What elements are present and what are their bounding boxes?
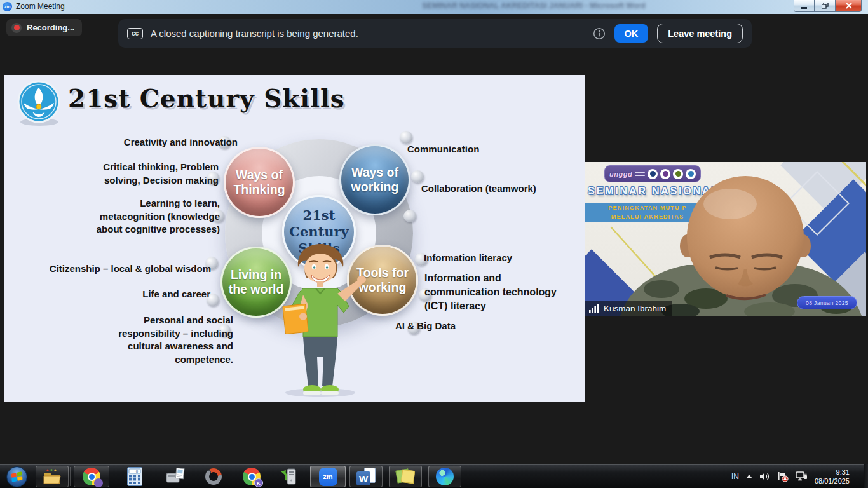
file-explorer-icon (43, 468, 62, 485)
label-critical-thinking: Critical thinking, Problem solving, Deci… (103, 161, 219, 187)
leave-meeting-button[interactable]: Leave meeting (657, 24, 743, 43)
window-title: Zoom Meeting (16, 2, 65, 11)
taskbar-edge[interactable] (428, 466, 461, 487)
zoom-meeting-window: zm Zoom Meeting SEMINAR NASIONAL AKREDIT… (0, 0, 868, 488)
zoom-app-icon: zm (3, 2, 12, 11)
label-creativity: Creativity and innovation (124, 136, 238, 149)
tray-date: 08/01/2025 (815, 477, 850, 485)
recording-indicator[interactable]: Recording... (6, 19, 82, 36)
taskbar-zoom[interactable]: zm (310, 466, 346, 487)
chrome-icon (83, 468, 100, 485)
info-icon[interactable] (593, 27, 606, 40)
cc-banner-message: A closed captioning transcript is being … (151, 28, 358, 39)
scanner-icon (166, 468, 185, 485)
taskbar-word[interactable]: W (349, 466, 383, 487)
restore-icon (822, 3, 829, 9)
windows-taskbar: 0 K (0, 464, 868, 488)
action-center-flag-icon[interactable] (777, 471, 789, 482)
taskbar-chrome-profile-k[interactable]: K (236, 466, 267, 487)
window-titlebar: zm Zoom Meeting SEMINAR NASIONAL AKREDIT… (0, 0, 868, 14)
taskbar-calculator[interactable]: 0 (119, 466, 150, 487)
label-collaboration: Collaboration (teamwork) (421, 182, 536, 196)
droplet-icon (411, 170, 424, 183)
label-communication: Communication (407, 143, 479, 156)
chrome-k-badge: K (254, 478, 263, 487)
label-ai-big-data: AI & Big Data (395, 320, 456, 333)
audio-level-icon (589, 304, 599, 313)
circle-ways-of-thinking: Ways of Thinking (224, 147, 295, 218)
minimize-icon (801, 3, 808, 9)
tut-wuri-handayani-logo (13, 80, 65, 127)
cartoon-boy-illustration (266, 241, 374, 397)
droplet-icon (400, 131, 412, 144)
calculator-icon: 0 (127, 467, 142, 486)
windows-start-icon (6, 466, 27, 487)
label-life-and-career: Life and career (142, 288, 210, 301)
taskbar-ring-app[interactable] (198, 466, 229, 487)
ok-button[interactable]: OK (614, 24, 649, 43)
restore-button[interactable] (815, 0, 836, 12)
seminar-date-badge: 08 Januari 2025 (797, 296, 857, 309)
show-desktop-button[interactable] (864, 464, 868, 488)
participant-name: Kusman Ibrahim (604, 304, 666, 313)
label-information-literacy: Information literacy (424, 252, 512, 265)
meeting-content-area: Recording... cc A closed captioning tran… (0, 14, 868, 464)
taskbar-file-explorer[interactable] (36, 466, 69, 487)
background-window-title: SEMINAR NASIONAL AKREDITASI JANUARI - Mi… (318, 1, 750, 10)
recording-label: Recording... (27, 23, 74, 32)
window-controls (794, 0, 862, 12)
taskbar-sticky-notes[interactable] (389, 466, 422, 487)
shared-screen-slide: 21st Century Skills Ways of Thinking Way… (4, 75, 585, 402)
tray-time: 9:31 (815, 468, 850, 477)
taskbar-scanner[interactable] (160, 466, 191, 487)
cc-banner-actions: OK Leave meeting (593, 24, 743, 43)
label-learning-to-learn: Learning to learn, metacognition (knowle… (97, 197, 220, 236)
recording-dot-icon (11, 23, 22, 33)
taskbar-download-manager[interactable] (273, 466, 304, 487)
network-icon[interactable] (796, 471, 808, 482)
minimize-button[interactable] (794, 0, 815, 12)
start-button[interactable] (1, 466, 32, 487)
hidden-icons-arrow[interactable] (746, 475, 752, 478)
ring-app-icon (205, 468, 222, 485)
presenter-figure (585, 162, 866, 316)
chrome-profile-badge (94, 478, 103, 487)
speaker-icon[interactable] (759, 471, 770, 482)
system-tray: IN 9:31 08/01/2025 (731, 464, 862, 488)
closed-caption-banner: cc A closed captioning transcript is bei… (118, 19, 752, 48)
word-icon: W (356, 468, 376, 485)
slide-title: 21st Century Skills (68, 84, 345, 113)
closed-caption-icon: cc (127, 28, 143, 39)
participant-video-tile[interactable]: unggd SEMINAR NASIONAL PENINGKATAN MUTU … (585, 162, 866, 316)
droplet-icon (403, 210, 416, 222)
sticky-notes-icon (396, 468, 415, 485)
label-citizenship: Citizenship – local & global wisdom (50, 262, 211, 276)
edge-icon (436, 468, 454, 485)
server-download-icon (280, 468, 297, 485)
label-ict-literacy: Information and communication technology… (424, 271, 557, 313)
taskbar-divider (70, 467, 71, 486)
close-icon (846, 3, 852, 9)
chrome-icon: K (243, 468, 261, 485)
circle-ways-of-working: Ways of working (339, 144, 410, 215)
language-indicator[interactable]: IN (731, 472, 739, 481)
label-personal-social-responsibility: Personal and social responsibility – inc… (118, 314, 233, 367)
participant-nameplate: Kusman Ibrahim (585, 301, 672, 316)
close-button[interactable] (836, 0, 862, 12)
zoom-icon: zm (319, 468, 337, 486)
taskbar-chrome[interactable] (74, 466, 109, 487)
tray-clock[interactable]: 9:31 08/01/2025 (815, 468, 850, 486)
